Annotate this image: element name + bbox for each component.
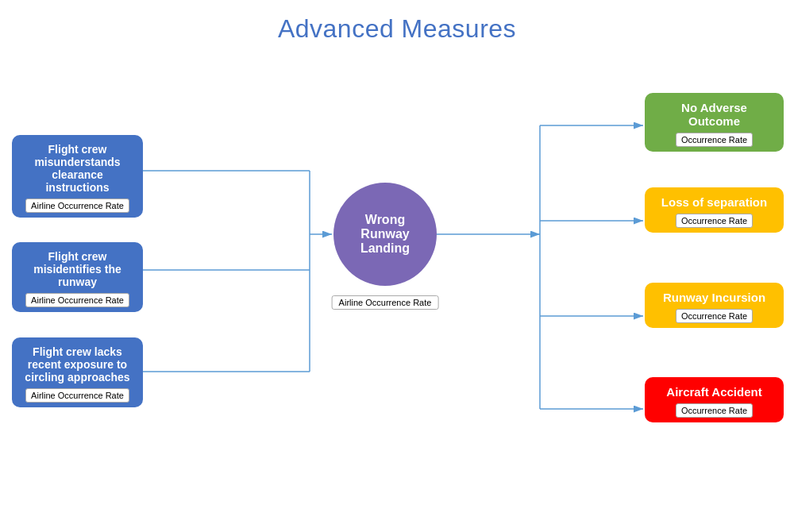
diagram-area: Flight crew misunderstands clearance ins… [0, 56, 794, 516]
cause-1-text: Flight crew misunderstands clearance ins… [34, 143, 120, 194]
cause-box-2: Flight crew misidentifies the runway Air… [12, 242, 143, 312]
outcome-3-label: Occurrence Rate [676, 309, 753, 323]
outcome-4-label: Occurrence Rate [676, 403, 753, 418]
outcome-box-4: Aircraft Accident Occurrence Rate [645, 377, 784, 422]
page-title: Advanced Measures [0, 0, 794, 44]
cause-2-text: Flight crew misidentifies the runway [33, 250, 121, 288]
cause-3-text: Flight crew lacks recent exposure to cir… [25, 345, 129, 384]
outcome-4-text: Aircraft Accident [666, 385, 761, 399]
outcome-box-2: Loss of separation Occurrence Rate [645, 187, 784, 233]
center-text: WrongRunwayLanding [360, 213, 410, 256]
outcome-1-label: Occurrence Rate [676, 133, 753, 147]
outcome-box-1: No Adverse Outcome Occurrence Rate [645, 93, 784, 152]
cause-2-label: Airline Occurrence Rate [25, 293, 129, 307]
cause-box-1: Flight crew misunderstands clearance ins… [12, 135, 143, 218]
cause-1-label: Airline Occurrence Rate [25, 199, 129, 213]
cause-box-3: Flight crew lacks recent exposure to cir… [12, 337, 143, 407]
outcome-2-text: Loss of separation [661, 195, 767, 209]
center-circle: WrongRunwayLanding Airline Occurrence Ra… [333, 183, 437, 286]
outcome-3-text: Runway Incursion [663, 291, 765, 304]
outcome-2-label: Occurrence Rate [676, 214, 753, 228]
outcome-1-text: No Adverse Outcome [681, 101, 747, 128]
center-label: Airline Occurrence Rate [332, 295, 439, 310]
cause-3-label: Airline Occurrence Rate [25, 388, 129, 403]
outcome-box-3: Runway Incursion Occurrence Rate [645, 283, 784, 328]
